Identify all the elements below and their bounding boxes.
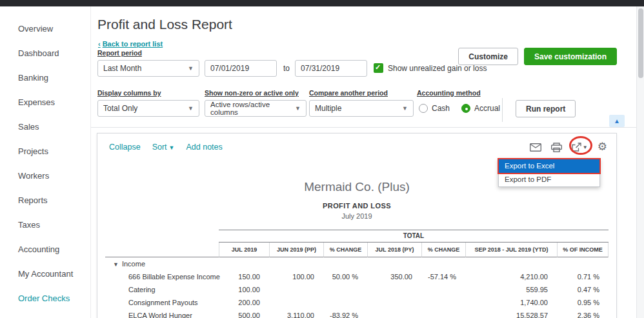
accounting-method-label: Accounting method [417, 89, 481, 97]
column-header: JUN 2019 (PP) [269, 243, 323, 257]
cell-value: 0.71 % [557, 270, 609, 283]
accounting-method-radios: Cash Accrual [419, 104, 500, 113]
email-icon[interactable] [530, 143, 541, 152]
sidebar-item-my-accountant[interactable]: My Accountant [0, 262, 90, 286]
cell-value: 0.47 % [557, 283, 609, 296]
sidebar-item-order-checks[interactable]: Order Checks [0, 286, 90, 311]
cell-value [421, 309, 465, 318]
cell-value: 350.00 [367, 270, 421, 283]
display-columns-select[interactable]: Total Only [97, 100, 199, 117]
sidebar-item-sales[interactable]: Sales [0, 115, 90, 139]
export-button[interactable] [572, 143, 588, 152]
app-window: OverviewDashboardBankingExpensesSalesPro… [0, 0, 644, 318]
cell-value: 500.00 [219, 309, 269, 318]
accrual-radio-option[interactable]: Accrual [461, 104, 500, 113]
cell-value: 3,110.00 [269, 309, 323, 318]
nonzero-select[interactable]: Active rows/active columns [205, 100, 307, 117]
date-from-field[interactable] [205, 60, 277, 77]
sidebar-item-dashboard[interactable]: Dashboard [0, 41, 90, 66]
report-period-label: Report period [97, 49, 142, 57]
gear-icon[interactable]: ⚙ [598, 141, 607, 153]
column-header: % OF INCOME [557, 243, 609, 257]
cell-value [421, 257, 465, 270]
chevron-down-icon [402, 105, 408, 112]
run-report-button[interactable]: Run report [516, 100, 576, 117]
accrual-radio[interactable] [461, 104, 470, 113]
scrollbar-thumb[interactable] [638, 8, 643, 78]
collapse-triangle-icon[interactable]: ▼ [113, 261, 119, 268]
sidebar-item-banking[interactable]: Banking [0, 66, 90, 90]
column-header: % CHANGE [421, 243, 465, 257]
cell-value: -83.92 % [323, 309, 367, 318]
cell-value [367, 296, 421, 309]
back-to-report-list-link[interactable]: ‹Back to report list [98, 40, 163, 48]
cash-radio-option[interactable]: Cash [419, 104, 450, 113]
sidebar-nav: OverviewDashboardBankingExpensesSalesPro… [0, 6, 91, 318]
cash-radio[interactable] [419, 104, 428, 113]
vertical-divider [502, 98, 503, 122]
cell-value: 50.00 % [323, 270, 367, 283]
vertical-scrollbar[interactable] [636, 6, 644, 318]
row-label[interactable]: ▼Income [105, 257, 219, 270]
cell-value [557, 257, 609, 270]
column-header: SEP 2018 - JUL 2019 (YTD) [465, 243, 557, 257]
cell-value [269, 283, 323, 296]
cell-value: 559.95 [465, 283, 557, 296]
row-label: 666 Billable Expense Income [105, 270, 219, 283]
row-label: ELCA World Hunger [105, 309, 219, 318]
sort-link[interactable]: Sort [152, 143, 175, 152]
date-from-input[interactable] [205, 61, 276, 76]
sidebar-item-projects[interactable]: Projects [0, 139, 90, 164]
customize-button[interactable]: Customize [458, 48, 518, 65]
cell-value [323, 296, 367, 309]
to-label: to [283, 64, 290, 73]
sidebar-item-taxes[interactable]: Taxes [0, 213, 90, 237]
chevron-left-icon: ‹ [98, 40, 101, 48]
cell-value [367, 283, 421, 296]
cell-value [367, 257, 421, 270]
menu-item-export-to-pdf[interactable]: Export to PDF [499, 173, 599, 186]
cell-value [219, 257, 269, 270]
export-dropdown-menu: Export to ExcelExport to PDF [498, 159, 600, 187]
collapse-panel-button[interactable]: ▲ [609, 115, 625, 127]
show-unrealized-label: Show unrealized gain or loss [388, 64, 487, 73]
cell-value: 200.00 [219, 296, 269, 309]
sidebar-item-accounting[interactable]: Accounting [0, 237, 90, 262]
cell-value: 0.95 % [557, 296, 609, 309]
page-title: Profit and Loss Report [97, 17, 232, 32]
cell-value: 100.00 [219, 283, 269, 296]
total-header-spacer [105, 230, 219, 243]
row-label: Catering [105, 283, 219, 296]
add-notes-link[interactable]: Add notes [186, 143, 223, 152]
collapse-link[interactable]: Collapse [109, 143, 141, 152]
report-toolbar: Collapse Sort Add notes [109, 143, 223, 152]
cell-value: 100.00 [269, 270, 323, 283]
report-period-select[interactable]: Last Month [97, 60, 199, 77]
sidebar-item-workers[interactable]: Workers [0, 164, 90, 188]
date-to-input[interactable] [296, 61, 367, 76]
cell-value: -57.14 % [421, 270, 465, 283]
menu-item-export-to-excel[interactable]: Export to Excel [499, 159, 599, 173]
nonzero-label: Show non-zero or active only [205, 89, 299, 97]
column-header-spacer [105, 243, 219, 257]
report-title: PROFIT AND LOSS [97, 202, 616, 210]
report-table: TOTAL JUL 2019JUN 2019 (PP)% CHANGEJUL 2… [105, 230, 609, 318]
report-period-text: July 2019 [97, 212, 616, 220]
save-customization-button[interactable]: Save customization [524, 48, 617, 65]
cell-value: 150.00 [219, 270, 269, 283]
compare-period-select[interactable]: Multiple [309, 100, 414, 117]
chevron-down-icon [188, 105, 194, 112]
cell-value: 4,210.00 [465, 270, 557, 283]
compare-period-label: Compare another period [309, 89, 388, 97]
print-icon[interactable] [551, 143, 562, 152]
display-columns-label: Display columns by [97, 89, 161, 97]
date-to-field[interactable] [295, 60, 367, 77]
column-header: JUL 2019 [219, 243, 269, 257]
show-unrealized-checkbox[interactable] [374, 63, 383, 73]
sidebar-item-reports[interactable]: Reports [0, 188, 90, 213]
main-content: Profit and Loss Report ‹Back to report l… [91, 6, 636, 318]
chevron-down-icon [583, 144, 588, 150]
sidebar-item-overview[interactable]: Overview [0, 17, 90, 41]
top-bar [0, 0, 644, 6]
sidebar-item-expenses[interactable]: Expenses [0, 90, 90, 115]
